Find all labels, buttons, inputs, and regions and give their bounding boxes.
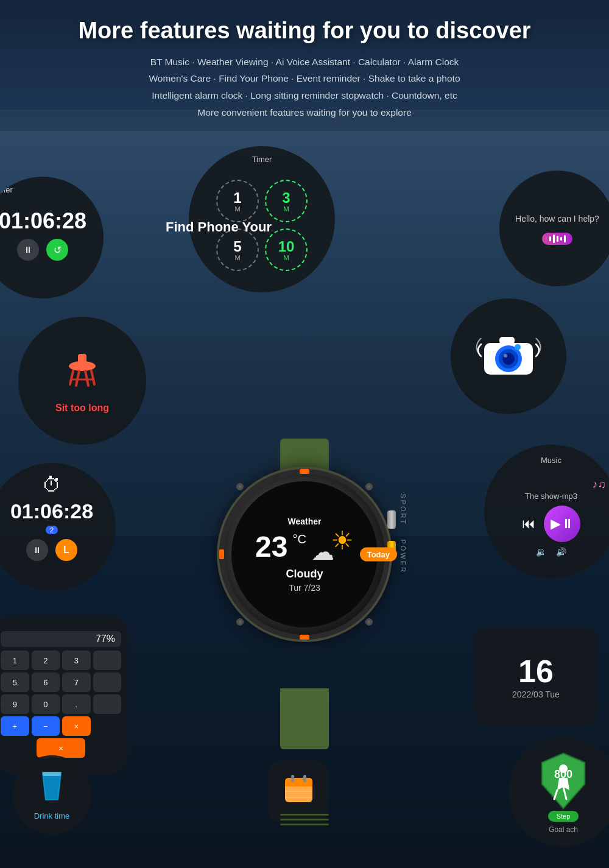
find-phone-text: Find Phone Your (166, 219, 272, 235)
stopwatch-pause-button[interactable]: ⏸ (26, 539, 48, 561)
calc-btn-9[interactable]: 9 (1, 694, 29, 714)
pause-icon-2: ⏸ (33, 545, 41, 555)
svg-rect-17 (285, 784, 312, 786)
watch-temp-row: 23 °C ☀ ☁ (255, 529, 354, 565)
watch-body: SPORT POWER Weather 23 °C ☀ ☁ (219, 469, 390, 700)
watch-face: Weather 23 °C ☀ ☁ Cloudy Tur 7/23 (231, 481, 378, 627)
dial-number-1: 1 (233, 189, 241, 206)
music-song: The show-mp3 (525, 492, 577, 501)
features-line-2: Women's Care · Find Your Phone · Event r… (37, 70, 572, 87)
stopwatch-controls: ⏸ L (26, 539, 77, 561)
dial-number-4: 10 (278, 238, 295, 255)
dial-number-3: 5 (233, 238, 241, 255)
ai-voice-bubble: Hello, how can I help? (499, 171, 609, 286)
date-day-number: 16 (518, 653, 554, 690)
camera-icon-container (469, 326, 548, 387)
timer-dial-1: 1 M (216, 180, 259, 222)
timer-pause-button[interactable]: ⏸ (17, 239, 39, 261)
features-line-4: More convenient features waiting for you… (37, 104, 572, 121)
bezel-sport-text: SPORT (400, 493, 407, 526)
svg-line-4 (76, 371, 79, 386)
music-volume-controls: 🔉 🔊 (536, 547, 566, 557)
dial-number-2: 3 (282, 189, 290, 206)
svg-point-13 (515, 344, 521, 350)
dial-circle-2: 3 M (265, 180, 308, 222)
calc-btn-5[interactable]: 5 (1, 672, 29, 692)
sit-label: Sit too long (55, 403, 109, 414)
timer-left-label: Timer (0, 185, 13, 194)
calc-btn-plus[interactable]: + (1, 716, 29, 736)
marker-top (300, 469, 309, 474)
svg-point-11 (504, 354, 507, 358)
stopwatch-bubble: ⏱ 01:06:28 2 ⏸ L (0, 463, 116, 591)
crown-button-top[interactable] (387, 510, 396, 529)
calc-btn-1[interactable]: 1 (1, 651, 29, 670)
calculator-grid: 1 2 3 5 6 7 9 0 . + − × (1, 651, 121, 736)
volume-up-button[interactable]: 🔊 (556, 547, 566, 557)
watch-date: Tur 7/23 (289, 583, 320, 593)
ai-bar-2 (553, 235, 555, 243)
header-section: More features waiting for you to discove… (0, 0, 609, 131)
watch-strap-bottom (280, 688, 329, 749)
lap-icon: L (63, 545, 69, 556)
drink-label: Drink time (34, 811, 70, 820)
calc-btn-6[interactable]: 6 (32, 672, 60, 692)
dial-unit-2: M (283, 205, 289, 213)
watch-condition: Cloudy (286, 568, 323, 580)
music-notes-icon: ♪♫ (593, 478, 607, 491)
calc-btn-0[interactable]: 0 (32, 694, 60, 714)
signal-waves-left-icon (469, 338, 484, 375)
calc-btn-dot[interactable]: . (62, 694, 91, 714)
drink-glass-icon (40, 769, 64, 809)
ai-mic-button[interactable] (542, 233, 572, 245)
calc-btn-3[interactable]: 3 (62, 651, 91, 670)
dial-unit-4: M (283, 254, 289, 261)
calc-btn-7[interactable]: 7 (62, 672, 91, 692)
timer-left-controls: ⏸ ↺ (17, 239, 68, 261)
music-prev-button[interactable]: ⏮ (522, 516, 535, 532)
timer-refresh-button[interactable]: ↺ (46, 239, 68, 261)
watch-case: SPORT POWER Weather 23 °C ☀ ☁ (219, 469, 390, 640)
today-badge: Today (360, 548, 397, 562)
svg-rect-12 (499, 337, 515, 344)
features-line-3: Intelligent alarm clock · Long sitting r… (37, 87, 572, 104)
music-play-button[interactable]: ▶⏸ (544, 506, 580, 542)
calc-btn-multiply[interactable]: × (62, 716, 91, 736)
marker-left (219, 549, 224, 559)
calc-btn-equals[interactable]: × (37, 738, 85, 758)
calculator-bubble: 77% 1 2 3 5 6 7 9 0 . + − × × (0, 615, 128, 774)
pause-icon: ⏸ (24, 245, 32, 255)
ai-bar-3 (557, 236, 558, 242)
refresh-icon: ↺ (54, 244, 62, 256)
volume-down-button[interactable]: 🔉 (536, 547, 546, 557)
stopwatch-icon: ⏱ (42, 474, 62, 496)
stopwatch-lap-button[interactable]: L (55, 539, 77, 561)
bezel-power-text: POWER (400, 540, 407, 574)
calc-btn-2[interactable]: 2 (32, 651, 60, 670)
calendar-icon (282, 772, 315, 812)
goal-shield-container: 800 (536, 750, 591, 814)
calc-bottom-row: × (1, 738, 121, 758)
dial-unit-1: M (234, 205, 240, 213)
strap-line-1 (280, 814, 329, 816)
strap-line-3 (280, 824, 329, 825)
timer-left-time: 01:06:28 (0, 208, 86, 234)
play-pause-icon: ▶⏸ (551, 516, 574, 532)
stopwatch-badge: 2 (46, 526, 58, 534)
date-display-bubble: 16 2022/03 Tue (475, 627, 597, 725)
date-full-label: 2022/03 Tue (512, 690, 560, 699)
calculator-display: 77% (1, 631, 121, 647)
dial-circle-1: 1 M (216, 180, 259, 222)
music-label: Music (541, 456, 561, 465)
goal-bubble: 800 Step Goal ach (509, 737, 609, 847)
calc-btn-minus[interactable]: − (32, 716, 60, 736)
screw-top-right (365, 483, 373, 490)
features-line-1: BT Music · Weather Viewing · Ai Voice As… (37, 54, 572, 71)
svg-rect-1 (78, 354, 86, 367)
goal-achievement-label: Goal ach (549, 825, 578, 834)
cloud-icon: ☁ (311, 538, 334, 565)
ai-bar-4 (560, 237, 562, 241)
timer-center-label: Timer (252, 155, 272, 164)
signal-waves-right-icon (533, 338, 548, 375)
ai-bars (549, 235, 566, 243)
